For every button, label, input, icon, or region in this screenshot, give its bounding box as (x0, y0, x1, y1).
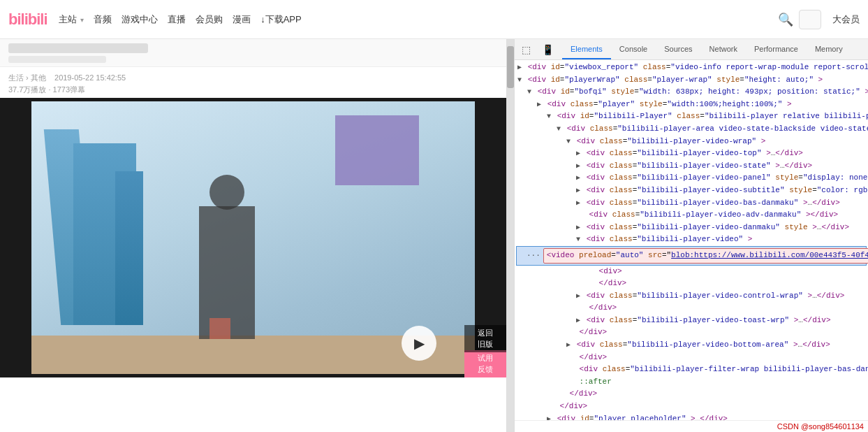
video-meta: 生活 › 其他 2019-05-22 15:42:55 37.7万播放 · 17… (0, 67, 506, 98)
triangle-icon[interactable] (576, 199, 580, 207)
dom-line[interactable]: <div class="bilibili-player-video-bottom… (515, 339, 868, 352)
user-label: 大会员 (832, 13, 860, 26)
triangle-icon[interactable] (576, 150, 580, 157)
triangle-icon[interactable] (576, 236, 580, 243)
tab-sources[interactable]: Sources (656, 39, 700, 59)
dom-line[interactable]: <div> (515, 266, 868, 278)
dom-line[interactable]: <div class="bilibili-player-video-subtit… (515, 185, 868, 197)
nav-live[interactable]: 直播 (168, 13, 186, 26)
play-icon: ▶ (414, 335, 425, 352)
dom-line[interactable]: <div class="bilibili-player-video-state"… (515, 160, 868, 173)
tab-performance[interactable]: Performance (746, 39, 807, 59)
dom-line[interactable]: </div> (515, 278, 868, 290)
dom-line[interactable]: <div class="bilibili-player-video-top" >… (515, 147, 868, 160)
triangle-icon[interactable] (566, 138, 571, 145)
tab-memory[interactable]: Memory (807, 39, 851, 59)
video-category: 生活 › 其他 2019-05-22 15:42:55 (8, 73, 498, 83)
triangle-icon[interactable] (576, 187, 580, 194)
dom-line[interactable]: </div> (515, 352, 868, 364)
tab-console[interactable]: Console (611, 39, 656, 59)
triangle-icon[interactable] (527, 88, 531, 96)
dom-line[interactable]: <div id="viewbox_report" class="video-in… (515, 62, 868, 74)
dom-line[interactable]: <div class="bilibili-player-area video-s… (515, 123, 868, 136)
devtools-panel: ⬚ 📱 Elements Console Sources Network Per… (514, 39, 868, 432)
bilibili-page: 生活 › 其他 2019-05-22 15:42:55 37.7万播放 · 17… (0, 39, 507, 432)
triangle-icon[interactable] (576, 292, 580, 300)
triangle-icon[interactable] (517, 76, 522, 84)
bilibili-logo[interactable]: bilibili (8, 10, 47, 29)
logo-text: bilibili (8, 10, 47, 29)
video-attr-src: src (648, 251, 662, 259)
top-navigation: bilibili 主站 ▾ 音频 游戏中心 直播 会员购 漫画 ↓下载APP 🔍… (0, 0, 868, 39)
search-icon[interactable]: 🔍 (778, 12, 793, 27)
devtools-toolbar: ⬚ 📱 Elements Console Sources Network Per… (515, 39, 868, 60)
nav-items: 主站 ▾ 音频 游戏中心 直播 会员购 漫画 ↓下载APP (59, 13, 302, 26)
trial-feedback-button[interactable]: 试用 反馈 (464, 350, 506, 377)
dom-line[interactable]: <div class="bilibili-player-filter-wrap … (515, 363, 868, 376)
dom-line[interactable]: </div> (515, 388, 868, 401)
video-attr-preload: preload (579, 251, 611, 259)
inspect-element-icon[interactable]: ⬚ (519, 43, 534, 57)
dom-line[interactable]: <div class="player" style="width:100%;he… (515, 99, 868, 111)
nav-home[interactable]: 主站 ▾ (59, 13, 84, 26)
elements-dom-tree: <div id="viewbox_report" class="video-in… (515, 60, 868, 420)
video-attr-preload-value: "auto" (616, 251, 644, 259)
nav-game[interactable]: 游戏中心 (122, 13, 158, 26)
dom-line[interactable]: <div class="bilibili-player-video-adv-da… (515, 209, 868, 222)
triangle-icon[interactable] (547, 415, 551, 420)
dom-line-video-selected[interactable]: ... <video preload="auto" src="blob:http… (516, 246, 867, 266)
triangle-icon[interactable] (566, 341, 571, 349)
triangle-icon[interactable] (576, 224, 580, 231)
nav-download[interactable]: ↓下载APP (260, 13, 302, 26)
video-stats: 37.7万播放 · 1773弹幕 (8, 85, 498, 95)
play-button[interactable]: ▶ (402, 326, 436, 361)
video-player[interactable]: ▶ 试用 反馈 返回 旧版 (0, 98, 506, 377)
triangle-icon[interactable] (547, 113, 551, 120)
page-scrollbar[interactable] (507, 39, 514, 432)
dom-line[interactable]: <div id="bofqi" style="width: 638px; hei… (515, 86, 868, 99)
triangle-icon[interactable] (557, 125, 561, 133)
tab-elements[interactable]: Elements (562, 39, 611, 59)
nav-audio[interactable]: 音频 (94, 13, 112, 26)
video-src-link[interactable]: blob:https://www.bilibili.com/00e443f5-4… (671, 251, 868, 259)
triangle-icon[interactable] (517, 64, 522, 71)
nav-membership[interactable]: 会员购 (196, 13, 223, 26)
dom-line[interactable]: <div class="bilibili-player-video-danmak… (515, 222, 868, 234)
return-old-version-button[interactable]: 返回 旧版 (464, 325, 506, 352)
dom-line[interactable]: </div> (515, 326, 868, 339)
dom-line[interactable]: <div class="bilibili-player-video-panel"… (515, 172, 868, 185)
dom-line[interactable]: <div class="bilibili-player-video-contro… (515, 290, 868, 303)
ellipsis-marker: ... (527, 250, 540, 258)
triangle-icon[interactable] (537, 101, 541, 108)
dom-line[interactable]: </div> (515, 401, 868, 413)
tab-network[interactable]: Network (701, 39, 746, 59)
search-box[interactable] (799, 10, 821, 29)
triangle-icon[interactable] (576, 174, 580, 182)
dom-line[interactable]: <div id="bilibili-Player" class="bilibil… (515, 110, 868, 123)
dom-line[interactable]: <div id="playerWrap" class="player-wrap"… (515, 74, 868, 87)
main-area: 生活 › 其他 2019-05-22 15:42:55 37.7万播放 · 17… (0, 39, 868, 432)
dom-line[interactable]: <div class="bilibili-player-video-toast-… (515, 315, 868, 327)
search-area: 🔍 (778, 10, 821, 29)
triangle-icon[interactable] (576, 162, 580, 170)
csdn-watermark: CSDN @song854601134 (515, 420, 868, 432)
dom-line[interactable]: <div class="bilibili-player-video-wrap" … (515, 136, 868, 148)
dom-line[interactable]: </div> (515, 302, 868, 315)
dom-line[interactable]: <div class="bilibili-player-video-bas-da… (515, 197, 868, 210)
devtools-tabs: Elements Console Sources Network Perform… (562, 39, 851, 59)
nav-manga[interactable]: 漫画 (233, 13, 251, 26)
device-toolbar-icon[interactable]: 📱 (539, 43, 557, 57)
dom-line[interactable]: ::after (515, 376, 868, 389)
dom-line[interactable]: <div id="player_placeholder" >…</div> (515, 413, 868, 420)
dom-line[interactable]: <div class="bilibili-player-video" > (515, 233, 868, 246)
user-area: 大会员 (832, 13, 860, 26)
triangle-icon[interactable] (576, 317, 580, 324)
video-tag-open: <video (547, 251, 575, 259)
